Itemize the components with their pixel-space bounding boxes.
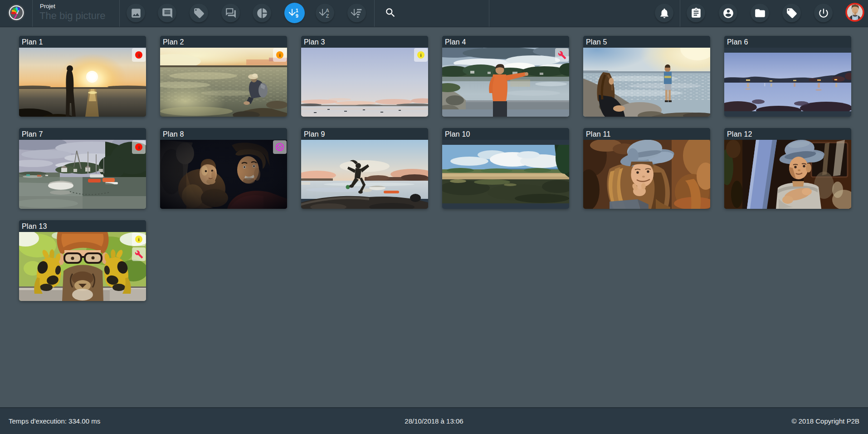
- svg-text:A: A: [325, 7, 329, 13]
- svg-text:9: 9: [295, 13, 298, 18]
- svg-text:Z: Z: [326, 13, 329, 18]
- svg-text:1: 1: [295, 7, 298, 13]
